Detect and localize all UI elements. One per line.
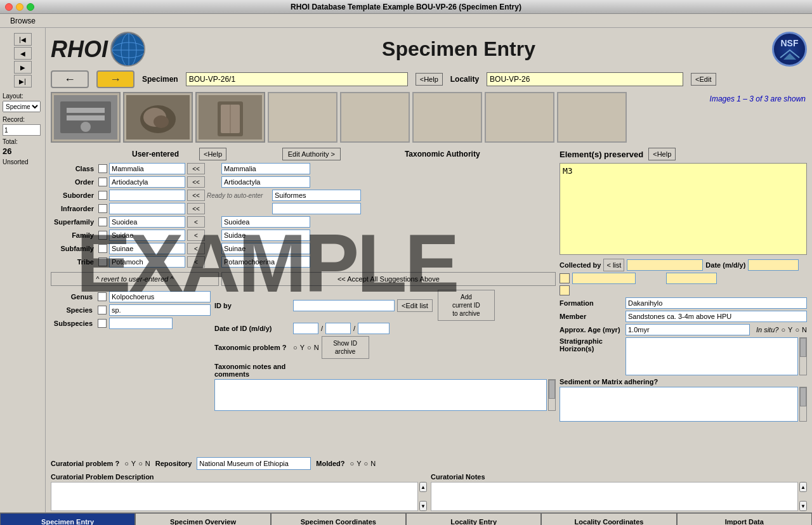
superfamily-authority-input[interactable]: [221, 216, 310, 228]
family-arrow-btn[interactable]: <: [187, 230, 205, 241]
elements-help-button[interactable]: <Help: [648, 148, 676, 160]
family-authority-input[interactable]: [221, 230, 310, 241]
cur-notes-scroll-up[interactable]: ▲: [799, 482, 807, 492]
notes-scrollbar[interactable]: [548, 379, 556, 411]
subspecies-input[interactable]: [109, 318, 173, 329]
nav-forward-button[interactable]: →: [96, 70, 134, 88]
suborder-checkbox[interactable]: [98, 191, 107, 200]
nav-last[interactable]: ▶|: [14, 75, 32, 88]
cur-problem-desc-textarea[interactable]: [51, 482, 418, 511]
suborder-authority-input[interactable]: [272, 190, 361, 201]
collector-input[interactable]: [627, 259, 703, 271]
strat-textarea[interactable]: [625, 337, 798, 375]
class-user-input[interactable]: [109, 163, 185, 174]
order-authority-input[interactable]: [221, 176, 310, 188]
collector-input-2[interactable]: [572, 273, 636, 284]
date-year-input[interactable]: [358, 323, 390, 334]
infraorder-user-input[interactable]: [109, 203, 185, 214]
thumbnail-1[interactable]: [51, 92, 121, 143]
tribe-user-input[interactable]: [109, 256, 185, 268]
sediment-scrollbar[interactable]: [799, 387, 807, 422]
infraorder-authority-input[interactable]: [272, 203, 361, 214]
superfamily-checkbox[interactable]: [98, 217, 107, 226]
date-day-input[interactable]: [325, 323, 351, 334]
locality-input[interactable]: [487, 72, 683, 86]
specimen-overview-tab[interactable]: Specimen Overview: [135, 513, 270, 525]
coll-checkbox-1[interactable]: [560, 273, 570, 283]
cur-desc-scroll-up[interactable]: ▲: [419, 482, 427, 492]
infraorder-arrow-btn[interactable]: <<: [187, 203, 205, 214]
edit-list-button[interactable]: <Edit list: [397, 299, 433, 312]
order-user-input[interactable]: [109, 176, 185, 188]
class-checkbox[interactable]: [98, 164, 107, 173]
edit-authority-button[interactable]: Edit Authority >: [282, 148, 341, 160]
date-month-input[interactable]: [293, 323, 318, 334]
member-input[interactable]: [625, 311, 807, 322]
species-input[interactable]: [109, 304, 211, 316]
subfamily-authority-input[interactable]: [221, 243, 310, 254]
tribe-authority-input[interactable]: [221, 256, 310, 268]
specimen-coordinates-tab[interactable]: Specimen Coordinates: [271, 513, 406, 525]
tribe-arrow-btn[interactable]: <: [187, 256, 205, 268]
family-checkbox[interactable]: [98, 231, 107, 240]
superfamily-arrow-btn[interactable]: <: [187, 216, 205, 228]
locality-coordinates-tab[interactable]: Locality Coordinates: [541, 513, 676, 525]
order-checkbox[interactable]: [98, 178, 107, 186]
order-arrow-btn[interactable]: <<: [187, 176, 205, 188]
species-checkbox[interactable]: [98, 306, 107, 314]
maximize-button[interactable]: [27, 3, 34, 11]
date-collected-input[interactable]: [748, 259, 799, 271]
coll-list-button[interactable]: < list: [603, 259, 624, 271]
cur-desc-scroll-down[interactable]: ▼: [419, 501, 427, 511]
show-id-archive-button[interactable]: Show ID archive: [322, 336, 369, 359]
repository-input[interactable]: [197, 457, 311, 470]
subfamily-checkbox[interactable]: [98, 244, 107, 253]
nav-back-button[interactable]: ←: [51, 70, 89, 88]
minimize-button[interactable]: [16, 3, 23, 11]
coll-checkbox-2[interactable]: [560, 285, 570, 295]
approx-age-input[interactable]: [625, 324, 750, 335]
tribe-checkbox[interactable]: [98, 257, 107, 266]
id-by-input[interactable]: [293, 300, 395, 311]
nav-first[interactable]: |◀: [14, 33, 32, 46]
revert-button[interactable]: ^ revert to user-entered ^: [51, 272, 219, 286]
sediment-textarea[interactable]: [560, 387, 798, 422]
elements-textarea[interactable]: M3: [560, 163, 807, 255]
specimen-entry-tab[interactable]: Specimen Entry: [0, 513, 135, 525]
user-help-button[interactable]: <Help: [199, 148, 226, 160]
add-current-id-button[interactable]: Add current ID to archive: [438, 290, 495, 321]
genus-input[interactable]: [109, 291, 211, 302]
formation-input[interactable]: [625, 297, 807, 309]
suborder-arrow-btn[interactable]: <<: [187, 190, 205, 201]
thumbnail-3[interactable]: [195, 92, 265, 143]
subfamily-arrow-btn[interactable]: <: [187, 243, 205, 254]
close-button[interactable]: [5, 3, 13, 11]
class-authority-input[interactable]: [221, 163, 310, 174]
layout-select[interactable]: Specimen: [3, 101, 41, 112]
menu-browse[interactable]: Browse: [5, 15, 41, 27]
notes-textarea[interactable]: [214, 379, 547, 411]
nav-prev[interactable]: ◀: [14, 47, 32, 60]
class-arrow-btn[interactable]: <<: [187, 163, 205, 174]
strat-scrollbar[interactable]: [799, 337, 807, 375]
thumbnail-2[interactable]: [123, 92, 193, 143]
locality-entry-tab[interactable]: Locality Entry: [406, 513, 541, 525]
specimen-input[interactable]: [186, 72, 408, 86]
subspecies-checkbox[interactable]: [98, 319, 107, 328]
genus-checkbox[interactable]: [98, 292, 107, 301]
accept-button[interactable]: << Accept All Suggestions Above: [221, 272, 556, 286]
subfamily-user-input[interactable]: [109, 243, 185, 254]
locality-edit-button[interactable]: <Edit: [691, 73, 716, 86]
record-input[interactable]: [3, 124, 41, 136]
cur-notes-textarea[interactable]: [431, 482, 798, 511]
family-user-input[interactable]: [109, 230, 185, 241]
superfamily-user-input[interactable]: [109, 216, 185, 228]
cur-notes-scroll-down[interactable]: ▼: [799, 501, 807, 511]
import-data-tab[interactable]: Import Data: [677, 513, 812, 525]
specimen-help-button[interactable]: <Help: [416, 73, 443, 86]
molded-label: Molded?: [316, 460, 344, 467]
infraorder-checkbox[interactable]: [98, 204, 107, 213]
nav-next[interactable]: ▶: [14, 61, 32, 74]
suborder-user-input[interactable]: [109, 190, 185, 201]
date-collected-input-2[interactable]: [666, 273, 717, 284]
